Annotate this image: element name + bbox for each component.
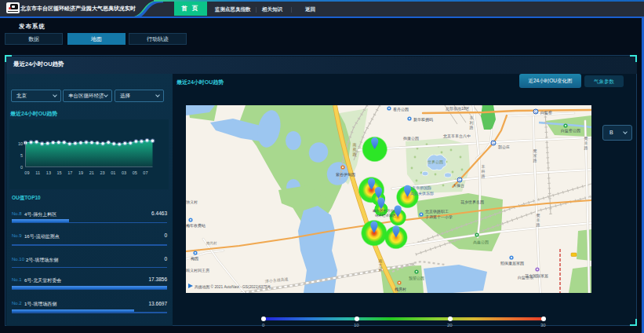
svg-text:01: 01 bbox=[111, 170, 115, 175]
svg-text:北京铁路职工: 北京铁路职工 bbox=[425, 209, 449, 214]
svg-text:北京华侨国际: 北京华侨国际 bbox=[408, 185, 431, 191]
svg-text:丰台区生活垃圾: 丰台区生活垃圾 bbox=[373, 208, 398, 213]
svg-text:0: 0 bbox=[20, 165, 23, 170]
svg-text:环: 环 bbox=[379, 268, 383, 273]
svg-text:路: 路 bbox=[482, 174, 486, 178]
svg-text:循环经济园区: 循环经济园区 bbox=[375, 213, 397, 218]
svg-text:19: 19 bbox=[78, 170, 83, 175]
svg-text:新华双拥码: 新华双拥码 bbox=[413, 117, 433, 123]
svg-text:郭公庄: 郭公庄 bbox=[498, 145, 510, 150]
svg-text:高德地图 © 2021 AutoNavi - GS(2021: 高德地图 © 2021 AutoNavi - GS(2021)6375号 bbox=[195, 284, 271, 290]
svg-text:路: 路 bbox=[470, 125, 474, 130]
svg-text:花乡世界名园: 花乡世界名园 bbox=[460, 199, 484, 205]
svg-text:看丹公园: 看丹公园 bbox=[393, 107, 409, 112]
svg-text:御康公园: 御康公园 bbox=[403, 136, 419, 141]
svg-text:北京市丰台八中: 北京市丰台八中 bbox=[443, 134, 471, 139]
svg-text:09: 09 bbox=[24, 170, 29, 175]
svg-text:05: 05 bbox=[133, 170, 137, 175]
svg-text:G: G bbox=[458, 178, 461, 182]
svg-text:总部基地18区: 总部基地18区 bbox=[446, 106, 470, 112]
svg-text:大葆台: 大葆台 bbox=[453, 183, 464, 188]
svg-text:03: 03 bbox=[122, 170, 126, 175]
svg-text:路: 路 bbox=[537, 222, 540, 227]
svg-text:G: G bbox=[534, 110, 537, 114]
svg-text:梅年收费站: 梅年收费站 bbox=[186, 223, 206, 229]
svg-text:23: 23 bbox=[100, 170, 104, 175]
svg-text:07: 07 bbox=[143, 170, 147, 175]
svg-text:预望公园: 预望公园 bbox=[409, 276, 424, 281]
svg-text:白盆窑公园: 白盆窑公园 bbox=[561, 128, 580, 134]
svg-text:路: 路 bbox=[584, 145, 588, 150]
svg-text:15: 15 bbox=[57, 170, 62, 175]
svg-text:槐房村: 槐房村 bbox=[395, 287, 406, 292]
svg-text:10: 10 bbox=[18, 141, 23, 146]
svg-text:11: 11 bbox=[35, 170, 40, 175]
svg-text:高尔夫俱乐部: 高尔夫俱乐部 bbox=[410, 191, 434, 196]
svg-text:路: 路 bbox=[353, 152, 357, 156]
svg-text:21: 21 bbox=[89, 170, 94, 175]
svg-text:子弟第十一小学: 子弟第十一小学 bbox=[425, 214, 453, 220]
svg-text:世界公园: 世界公园 bbox=[427, 159, 443, 165]
svg-text:高鑫公园: 高鑫公园 bbox=[473, 240, 489, 245]
svg-text:路: 路 bbox=[533, 158, 537, 163]
svg-text:白盆窑东: 白盆窑东 bbox=[518, 275, 533, 280]
svg-text:G: G bbox=[492, 141, 495, 145]
svg-text:独义村: 独义村 bbox=[186, 199, 198, 205]
svg-text:13: 13 bbox=[46, 170, 51, 175]
svg-text:5: 5 bbox=[20, 153, 23, 158]
svg-text:白盆窑: 白盆窑 bbox=[540, 110, 552, 115]
svg-text:梅园: 梅园 bbox=[191, 256, 198, 262]
svg-text:紫谷伊甸园: 紫谷伊甸园 bbox=[336, 172, 355, 177]
svg-text:顾义村回王房: 顾义村回王房 bbox=[186, 268, 209, 273]
svg-text:17: 17 bbox=[67, 170, 72, 175]
svg-text:熙保康居家园: 熙保康居家园 bbox=[500, 261, 524, 266]
